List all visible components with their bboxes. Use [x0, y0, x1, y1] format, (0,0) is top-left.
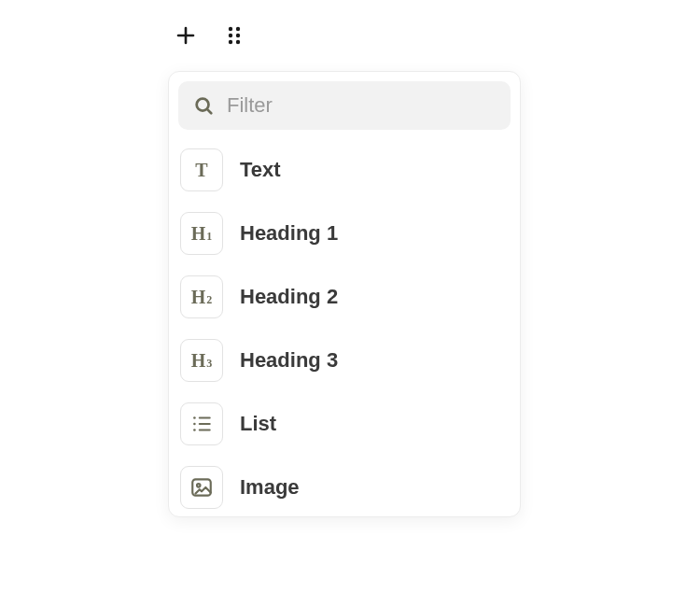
search-icon	[193, 95, 214, 116]
block-picker-panel: T Text H1 Heading 1 H2 Heading 2 H3 Head…	[168, 71, 521, 517]
block-item-label: Heading 3	[240, 348, 338, 373]
text-icon: T	[180, 148, 223, 191]
drag-handle-button[interactable]	[221, 22, 247, 49]
add-button[interactable]	[173, 22, 199, 49]
block-item-label: Image	[240, 475, 300, 500]
heading-3-icon: H3	[180, 339, 223, 382]
toolbar	[173, 22, 247, 49]
block-item-label: List	[240, 412, 276, 436]
svg-point-3	[236, 27, 240, 31]
svg-point-7	[236, 40, 240, 44]
block-item-text[interactable]: T Text	[178, 143, 511, 197]
list-icon	[180, 402, 223, 445]
plus-icon	[175, 24, 197, 47]
block-item-list[interactable]: List	[178, 397, 511, 451]
svg-point-14	[193, 429, 196, 431]
svg-point-6	[229, 40, 232, 44]
svg-point-17	[197, 484, 200, 486]
svg-point-10	[193, 416, 196, 419]
block-item-heading-3[interactable]: H3 Heading 3	[178, 333, 511, 388]
image-icon	[180, 466, 223, 509]
svg-line-9	[207, 109, 211, 113]
block-item-heading-1[interactable]: H1 Heading 1	[178, 206, 511, 261]
block-item-label: Text	[240, 158, 281, 182]
block-item-heading-2[interactable]: H2 Heading 2	[178, 270, 511, 324]
svg-point-12	[193, 423, 196, 426]
filter-input[interactable]	[227, 93, 496, 118]
svg-point-4	[229, 34, 232, 37]
block-item-image[interactable]: Image	[178, 460, 511, 514]
block-item-label: Heading 1	[240, 221, 338, 246]
svg-point-2	[229, 27, 232, 31]
heading-2-icon: H2	[180, 275, 223, 318]
filter-field[interactable]	[178, 81, 511, 130]
heading-1-icon: H1	[180, 212, 223, 255]
drag-handle-icon	[225, 25, 244, 46]
block-item-label: Heading 2	[240, 285, 338, 309]
svg-point-5	[236, 34, 240, 37]
